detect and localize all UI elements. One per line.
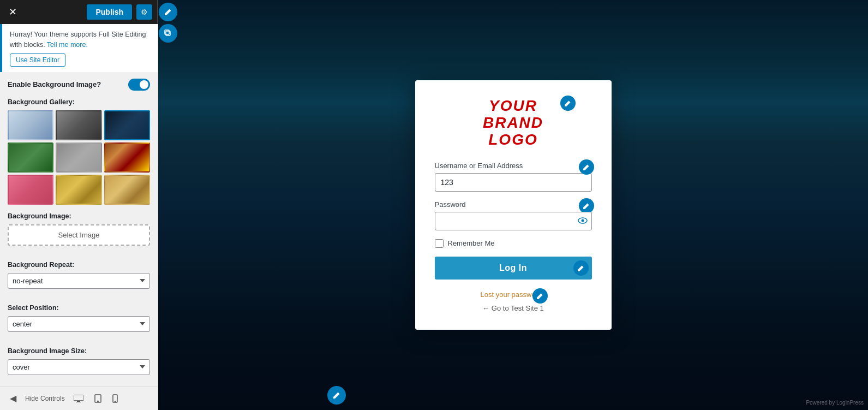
svg-rect-7 — [166, 31, 170, 35]
use-site-editor-button[interactable]: Use Site Editor — [10, 54, 65, 67]
gallery-thumb-2[interactable] — [56, 110, 101, 140]
tell-me-more-link[interactable]: Tell me more. — [47, 41, 88, 49]
bg-repeat-select[interactable]: no-repeat repeat repeat-x repeat-y — [8, 273, 150, 289]
bg-gallery-label: Background Gallery: — [8, 98, 150, 106]
login-button-wrap: Log In — [435, 257, 592, 280]
desktop-view-button[interactable] — [71, 393, 86, 405]
left-panel: ✕ Publish ⚙ Hurray! Your theme supports … — [0, 0, 158, 410]
side-copy-button[interactable] — [159, 24, 177, 43]
bg-image-label: Background Image: — [8, 212, 150, 220]
select-position-select[interactable]: center top bottom left right — [8, 316, 150, 332]
svg-point-6 — [115, 401, 115, 401]
mobile-view-button[interactable] — [110, 392, 120, 405]
forgot-password-edit-button[interactable] — [532, 288, 548, 304]
gallery-grid — [8, 110, 150, 205]
svg-rect-8 — [165, 30, 169, 34]
bg-size-label: Background Image Size: — [8, 347, 150, 355]
gallery-thumb-6[interactable] — [104, 142, 150, 173]
select-position-label: Select Position: — [8, 304, 150, 312]
tablet-view-button[interactable] — [92, 392, 104, 405]
select-image-button[interactable]: Select Image — [8, 224, 150, 246]
hide-controls-label[interactable]: Hide Controls — [25, 395, 65, 402]
panel-scroll: Enable Background Image? Background Gall… — [0, 72, 158, 387]
topbar: ✕ Publish ⚙ — [0, 0, 158, 24]
close-button[interactable]: ✕ — [5, 5, 20, 19]
enable-bg-label: Enable Background Image? — [8, 80, 101, 88]
password-field-group: Password — [435, 200, 592, 230]
side-edit-top-button[interactable] — [159, 3, 177, 21]
select-position-section: Select Position: center top bottom left … — [8, 304, 150, 340]
username-label: Username or Email Address — [435, 162, 592, 170]
bg-gallery-section: Background Gallery: — [8, 98, 150, 205]
svg-point-10 — [581, 219, 584, 222]
remember-me-label: Remember Me — [448, 239, 495, 247]
branding-text: Powered by LoginPress — [806, 400, 864, 406]
card-footer: Lost your password? ← Go to Test Site 1 — [435, 290, 592, 312]
login-card: YOUR BRAND LOGO Username or Email Addres… — [415, 80, 612, 329]
bg-repeat-section: Background Repeat: no-repeat repeat repe… — [8, 261, 150, 296]
bottom-edit-icon-wrap — [327, 386, 346, 405]
enable-bg-toggle-row: Enable Background Image? — [8, 79, 150, 91]
svg-rect-0 — [74, 395, 83, 401]
bg-size-select[interactable]: cover contain auto — [8, 359, 150, 375]
gallery-thumb-4[interactable] — [8, 142, 53, 173]
username-field-edit-button[interactable] — [579, 159, 594, 175]
password-wrap — [435, 212, 592, 230]
login-button[interactable]: Log In — [435, 257, 592, 280]
svg-rect-1 — [77, 401, 80, 402]
gallery-thumb-5[interactable] — [56, 142, 101, 173]
svg-point-4 — [97, 401, 98, 402]
username-field-group: Username or Email Address — [435, 162, 592, 192]
svg-rect-2 — [76, 402, 81, 402]
bg-image-section: Background Image: Select Image — [8, 212, 150, 253]
go-to-site-link[interactable]: ← Go to Test Site 1 — [435, 304, 592, 312]
bottom-edit-button[interactable] — [327, 386, 346, 405]
remember-me-checkbox[interactable] — [435, 239, 444, 248]
gallery-thumb-9[interactable] — [104, 175, 150, 205]
username-input[interactable] — [435, 173, 592, 192]
password-label: Password — [435, 200, 592, 209]
bottom-bar: ◀ Hide Controls — [0, 386, 158, 410]
logo-area: YOUR BRAND LOGO — [435, 98, 592, 148]
publish-button[interactable]: Publish — [87, 4, 132, 20]
show-password-button[interactable] — [578, 216, 588, 226]
logo-edit-button[interactable] — [560, 96, 576, 111]
login-btn-edit-button[interactable] — [573, 260, 589, 276]
gallery-thumb-8[interactable] — [56, 175, 101, 205]
enable-bg-toggle[interactable] — [128, 79, 150, 91]
notice-bar: Hurray! Your theme supports Full Site Ed… — [0, 24, 158, 72]
settings-button[interactable]: ⚙ — [136, 4, 152, 20]
side-icons — [158, 0, 178, 45]
gallery-thumb-7[interactable] — [8, 175, 53, 205]
lost-password-wrap: Lost your password? — [481, 290, 546, 299]
remember-me-row: Remember Me — [435, 239, 592, 248]
prev-button[interactable]: ◀ — [8, 391, 19, 406]
gallery-thumb-3[interactable] — [104, 110, 150, 140]
gallery-thumb-1[interactable] — [8, 110, 53, 140]
main-content: YOUR BRAND LOGO Username or Email Addres… — [158, 0, 868, 410]
bg-size-section: Background Image Size: cover contain aut… — [8, 347, 150, 383]
notice-text: Hurray! Your theme supports Full Site Ed… — [10, 31, 146, 49]
bg-repeat-label: Background Repeat: — [8, 261, 150, 269]
password-input[interactable] — [435, 212, 592, 230]
password-field-edit-button[interactable] — [579, 198, 594, 213]
